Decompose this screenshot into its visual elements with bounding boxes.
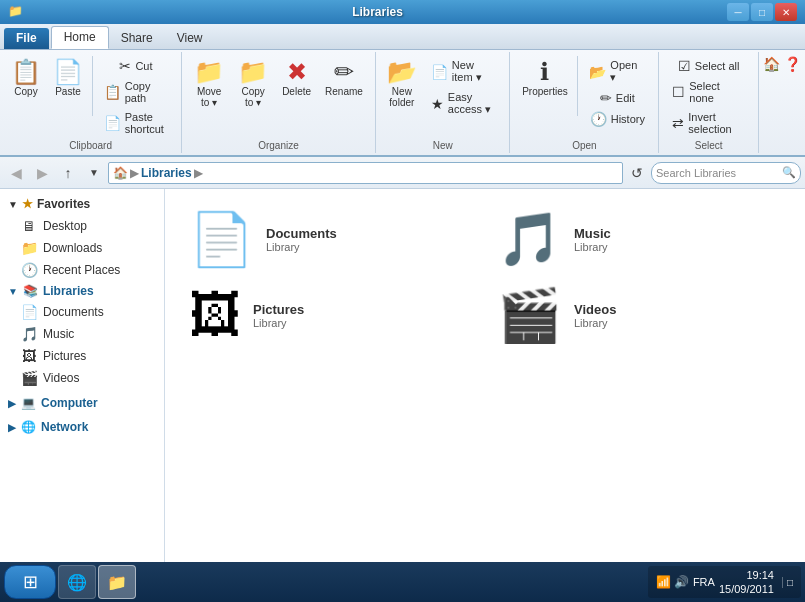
up-button[interactable]: ↑	[56, 161, 80, 185]
documents-type: Library	[266, 241, 337, 253]
documents-name: Documents	[266, 226, 337, 241]
videos-info: Videos Library	[574, 302, 616, 329]
library-item-music[interactable]: 🎵 Music Library	[489, 205, 789, 273]
music-icon: 🎵	[20, 326, 38, 342]
taskbar-explorer-button[interactable]: 📁	[98, 565, 136, 599]
select-none-button[interactable]: ☐ Select none	[665, 77, 752, 107]
desktop-icon: 🖥	[20, 218, 38, 234]
pictures-large-icon: 🖼	[189, 289, 241, 341]
downloads-icon: 📁	[20, 240, 38, 256]
delete-button[interactable]: ✖ Delete	[276, 56, 317, 101]
library-item-documents[interactable]: 📄 Documents Library	[181, 205, 481, 273]
pictures-name: Pictures	[253, 302, 304, 317]
computer-item[interactable]: ▶ 💻 Computer	[0, 393, 164, 413]
ribbon-group-clipboard: 📋 Copy 📄 Paste ✂ Cut 📋 Copy path	[0, 52, 182, 153]
open-label: Open	[516, 140, 652, 151]
new-folder-button[interactable]: 📂 New folder	[382, 56, 422, 112]
address-bar[interactable]: 🏠 ▶ Libraries ▶	[108, 162, 623, 184]
properties-button[interactable]: ℹ Properties	[516, 56, 573, 101]
content-area: 📄 Documents Library 🎵 Music Library 🖼 Pi…	[165, 189, 805, 595]
close-button[interactable]: ✕	[775, 3, 797, 21]
copy-to-button[interactable]: 📁 Copy to ▾	[232, 56, 274, 112]
window-title: Libraries	[28, 5, 727, 19]
move-to-button[interactable]: 📁 Move to ▾	[188, 56, 230, 112]
library-item-videos[interactable]: 🎬 Videos Library	[489, 281, 789, 349]
explorer-icon: 📁	[107, 573, 127, 592]
videos-name: Videos	[574, 302, 616, 317]
nav-item-documents[interactable]: 📄 Documents	[0, 301, 164, 323]
taskbar-ie-button[interactable]: 🌐	[58, 565, 96, 599]
paste-icon: 📄	[53, 60, 83, 84]
music-name: Music	[574, 226, 611, 241]
start-button[interactable]: ⊞	[4, 565, 56, 599]
search-placeholder: Search Libraries	[656, 167, 736, 179]
select-all-icon: ☑	[678, 59, 691, 73]
nav-item-desktop[interactable]: 🖥 Desktop	[0, 215, 164, 237]
copy-to-icon: 📁	[238, 60, 268, 84]
network-icon: 🌐	[21, 420, 36, 434]
select-none-icon: ☐	[672, 85, 685, 99]
network-item[interactable]: ▶ 🌐 Network	[0, 417, 164, 437]
paste-shortcut-button[interactable]: 📄 Paste shortcut	[97, 108, 175, 138]
address-home-icon: 🏠	[113, 166, 128, 180]
nav-item-recent-places[interactable]: 🕐 Recent Places	[0, 259, 164, 281]
forward-button[interactable]: ▶	[30, 161, 54, 185]
open-content: ℹ Properties 📂 Open ▾ ✏ Edit 🕐 History	[516, 54, 652, 138]
select-all-button[interactable]: ☑ Select all	[665, 56, 752, 76]
pictures-info: Pictures Library	[253, 302, 304, 329]
recent-locations-button[interactable]: ▼	[82, 161, 106, 185]
tray-clock[interactable]: 19:14 15/09/2011	[719, 568, 774, 597]
history-button[interactable]: 🕐 History	[582, 109, 652, 129]
nav-item-pictures[interactable]: 🖼 Pictures	[0, 345, 164, 367]
copy-path-icon: 📋	[104, 85, 121, 99]
tab-file[interactable]: File	[4, 28, 49, 49]
new-item-button[interactable]: 📄 New item ▾	[424, 56, 504, 87]
copy-button[interactable]: 📋 Copy	[6, 56, 46, 101]
pictures-type: Library	[253, 317, 304, 329]
nav-item-music[interactable]: 🎵 Music	[0, 323, 164, 345]
copy-path-button[interactable]: 📋 Copy path	[97, 77, 175, 107]
new-label: New	[382, 140, 504, 151]
maximize-button[interactable]: □	[751, 3, 773, 21]
ribbon-help-area: 🏠 ❓	[759, 52, 805, 153]
libraries-header[interactable]: ▼ 📚 Libraries	[0, 281, 164, 301]
chevron-right-icon2: ▶	[8, 422, 16, 433]
back-button[interactable]: ◀	[4, 161, 28, 185]
tab-view[interactable]: View	[165, 28, 215, 49]
open-button[interactable]: 📂 Open ▾	[582, 56, 652, 87]
rename-button[interactable]: ✏ Rename	[319, 56, 369, 101]
nav-item-videos[interactable]: 🎬 Videos	[0, 367, 164, 389]
cut-icon: ✂	[119, 59, 131, 73]
minimize-button[interactable]: ─	[727, 3, 749, 21]
help-icon[interactable]: ❓	[784, 56, 801, 72]
toolbar: ◀ ▶ ↑ ▼ 🏠 ▶ Libraries ▶ ↺ Search Librari…	[0, 157, 805, 189]
clipboard-label: Clipboard	[6, 140, 175, 151]
paste-button[interactable]: 📄 Paste	[48, 56, 88, 101]
home-icon[interactable]: 🏠	[763, 56, 780, 72]
invert-selection-icon: ⇄	[672, 116, 684, 130]
favorites-header[interactable]: ▼ ★ Favorites	[0, 193, 164, 215]
ribbon-group-new: 📂 New folder 📄 New item ▾ ★ Easy access …	[376, 52, 511, 153]
tab-share[interactable]: Share	[109, 28, 165, 49]
tray-lang: FRA	[693, 576, 715, 588]
copy-icon: 📋	[11, 60, 41, 84]
nav-item-downloads[interactable]: 📁 Downloads	[0, 237, 164, 259]
documents-large-icon: 📄	[189, 213, 254, 265]
taskbar-tray: 📶 🔊 FRA 19:14 15/09/2011 □	[648, 566, 801, 599]
computer-icon: 💻	[21, 396, 36, 410]
refresh-button[interactable]: ↺	[625, 161, 649, 185]
new-item-icon: 📄	[431, 65, 448, 79]
window-icon: 📁	[8, 4, 24, 20]
search-bar[interactable]: Search Libraries 🔍	[651, 162, 801, 184]
show-desktop-button[interactable]: □	[782, 577, 793, 588]
library-item-pictures[interactable]: 🖼 Pictures Library	[181, 281, 481, 349]
window-controls: ─ □ ✕	[727, 3, 797, 21]
edit-icon: ✏	[600, 91, 612, 105]
easy-access-button[interactable]: ★ Easy access ▾	[424, 88, 504, 119]
libraries-icon: 📚	[23, 284, 38, 298]
invert-selection-button[interactable]: ⇄ Invert selection	[665, 108, 752, 138]
tab-home[interactable]: Home	[51, 26, 109, 49]
main-container: ▼ ★ Favorites 🖥 Desktop 📁 Downloads 🕐 Re…	[0, 189, 805, 595]
edit-button[interactable]: ✏ Edit	[582, 88, 652, 108]
cut-button[interactable]: ✂ Cut	[97, 56, 175, 76]
